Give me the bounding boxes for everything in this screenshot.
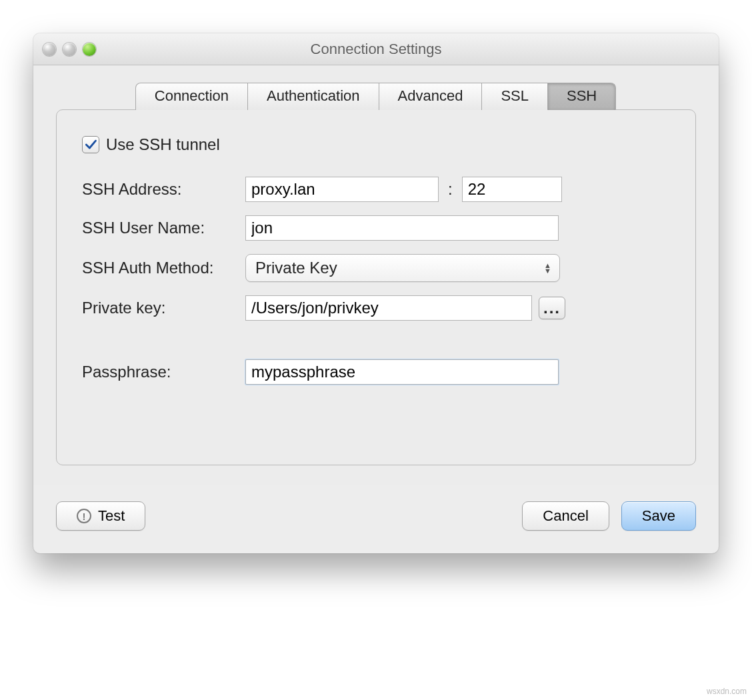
info-icon: ! — [77, 509, 91, 523]
use-ssh-tunnel-checkbox[interactable] — [82, 136, 99, 153]
titlebar: Connection Settings — [33, 33, 719, 65]
save-button[interactable]: Save — [621, 501, 696, 531]
tab-strip: Connection Authentication Advanced SSL S… — [56, 83, 696, 110]
cancel-button-label: Cancel — [543, 507, 588, 525]
private-key-label: Private key: — [82, 299, 245, 317]
test-button[interactable]: ! Test — [56, 501, 145, 531]
save-button-label: Save — [642, 507, 675, 525]
tab-pane-ssh: Use SSH tunnel SSH Address: : SSH User N… — [56, 109, 696, 465]
close-icon[interactable] — [43, 43, 56, 56]
watermark: wsxdn.com — [707, 687, 747, 696]
ssh-auth-method-select[interactable]: Private Key ▲▼ — [245, 254, 560, 282]
minimize-icon[interactable] — [63, 43, 76, 56]
zoom-icon[interactable] — [83, 43, 96, 56]
cancel-button[interactable]: Cancel — [522, 501, 609, 531]
use-ssh-tunnel-label: Use SSH tunnel — [106, 135, 220, 154]
checkmark-icon — [84, 138, 97, 151]
browse-button[interactable]: ... — [539, 297, 565, 319]
dialog-footer: ! Test Cancel Save — [33, 485, 719, 553]
traffic-lights — [43, 43, 96, 56]
ssh-port-input[interactable] — [462, 177, 562, 202]
window-title: Connection Settings — [33, 41, 719, 58]
ssh-form: SSH Address: : SSH User Name: SSH Auth M… — [82, 177, 670, 385]
test-button-label: Test — [98, 507, 125, 525]
chevron-up-down-icon: ▲▼ — [544, 263, 551, 273]
passphrase-input[interactable] — [245, 359, 559, 385]
ssh-address-field: : — [245, 177, 670, 202]
ssh-address-input[interactable] — [245, 177, 439, 202]
dialog-window: Connection Settings Connection Authentic… — [33, 33, 719, 553]
use-ssh-tunnel-row: Use SSH tunnel — [82, 135, 670, 154]
tab-authentication[interactable]: Authentication — [247, 83, 379, 110]
ssh-username-input[interactable] — [245, 215, 559, 241]
passphrase-label: Passphrase: — [82, 363, 245, 381]
ssh-username-label: SSH User Name: — [82, 219, 245, 237]
tab-ssh[interactable]: SSH — [547, 83, 616, 110]
ssh-auth-method-value: Private Key — [255, 259, 337, 277]
tab-advanced[interactable]: Advanced — [379, 83, 483, 110]
content-area: Connection Authentication Advanced SSL S… — [33, 65, 719, 485]
ssh-auth-method-label: SSH Auth Method: — [82, 259, 245, 277]
address-port-separator: : — [445, 180, 455, 199]
tab-connection[interactable]: Connection — [135, 83, 248, 110]
ssh-address-label: SSH Address: — [82, 180, 245, 199]
tab-ssl[interactable]: SSL — [481, 83, 548, 110]
private-key-input[interactable] — [245, 295, 532, 321]
